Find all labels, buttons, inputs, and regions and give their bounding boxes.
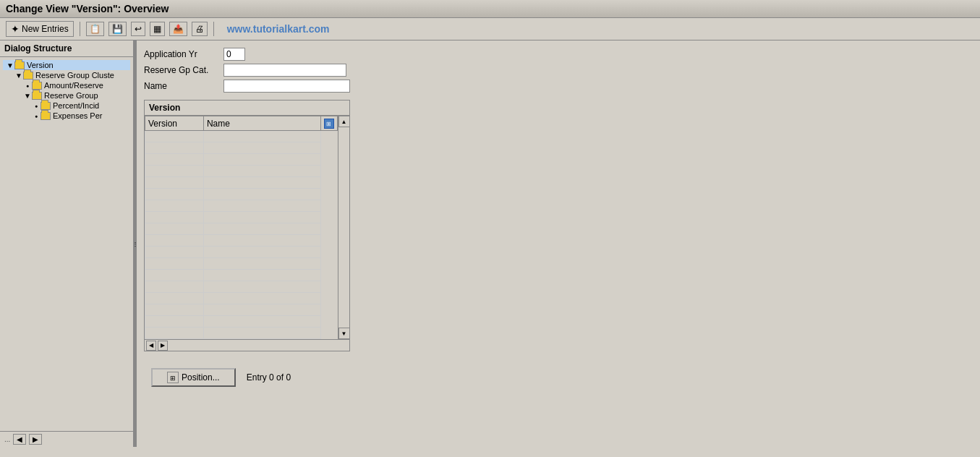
table-row[interactable]	[145, 200, 338, 212]
position-button[interactable]: ⊞ Position...	[151, 368, 236, 387]
separator-2	[213, 22, 214, 36]
version-table: Version Name ⊞	[145, 116, 338, 339]
watermark: www.tutorialkart.com	[227, 23, 330, 35]
new-entries-label: New Entries	[22, 24, 69, 34]
app-yr-input[interactable]	[223, 48, 245, 61]
table-row[interactable]	[145, 223, 338, 235]
folder-icon-ep	[41, 112, 51, 120]
undo-button[interactable]: ↩	[131, 22, 145, 36]
sidebar-item-version[interactable]: ▼ Version	[3, 60, 130, 70]
table-row[interactable]	[145, 316, 338, 328]
footer-area: ⊞ Position... Entry 0 of 0	[144, 362, 973, 393]
save-icon: 💾	[112, 24, 123, 34]
folder-icon-rgc	[23, 72, 33, 80]
sidebar-label-ar: Amount/Reserve	[44, 81, 103, 90]
table-row[interactable]	[145, 304, 338, 316]
name-input[interactable]	[223, 80, 350, 93]
print-icon: 🖨	[195, 24, 204, 34]
version-table-main: Version Name ⊞	[145, 116, 338, 339]
sidebar-prev-button[interactable]: ◀	[13, 434, 26, 445]
sidebar-bottom-nav: ... ◀ ▶	[0, 431, 133, 447]
sidebar-label-pi: Percent/Incid	[53, 101, 99, 110]
form-row-reserve-gp-cat: Reserve Gp Cat.	[144, 64, 973, 77]
table-row[interactable]	[145, 142, 338, 154]
sidebar-label-version: Version	[27, 61, 54, 69]
position-btn-label: Position...	[182, 372, 220, 383]
scroll-right-button[interactable]: ▶	[158, 341, 168, 351]
scroll-down-button[interactable]: ▼	[338, 328, 350, 339]
tree-arrow-rg: ▼	[23, 92, 32, 100]
folder-icon-pi	[41, 102, 51, 110]
reserve-gp-cat-input[interactable]	[223, 64, 346, 77]
sidebar-item-reserve-group[interactable]: ▼ Reserve Group	[3, 90, 130, 101]
form-row-app-yr: Application Yr	[144, 48, 973, 61]
version-section: Version Version Name	[144, 100, 350, 351]
save-button[interactable]: 💾	[108, 22, 127, 36]
form-row-name: Name	[144, 80, 973, 93]
cell-name	[203, 131, 320, 142]
position-icon: ⊞	[167, 372, 179, 383]
page-title: Change View "Version": Overview	[6, 3, 169, 14]
sidebar-item-amount-reserve[interactable]: ● Amount/Reserve	[3, 80, 130, 90]
sidebar-label-ep: Expenses Per	[53, 111, 102, 120]
print-button[interactable]: 🖨	[192, 22, 208, 36]
scroll-left-button[interactable]: ◀	[146, 341, 156, 351]
entry-info: Entry 0 of 0	[247, 372, 291, 383]
table-row[interactable]	[145, 189, 338, 200]
cell-version	[145, 131, 204, 142]
table-row[interactable]	[145, 166, 338, 177]
new-entries-button[interactable]: ✦ New Entries	[6, 21, 74, 37]
sidebar: Dialog Structure ▼ Version ▼ Reserve Gro…	[0, 40, 134, 447]
column-settings-icon[interactable]: ⊞	[324, 119, 334, 129]
separator-1	[80, 22, 80, 36]
table-icon: ▦	[153, 24, 161, 34]
sidebar-item-reserve-group-cluster[interactable]: ▼ Reserve Group Cluste	[3, 70, 130, 80]
scroll-up-button[interactable]: ▲	[338, 116, 350, 127]
table-row[interactable]	[145, 212, 338, 223]
col-header-name: Name	[203, 116, 320, 131]
sidebar-bottom-text: ...	[4, 435, 10, 443]
sidebar-label-rg: Reserve Group	[44, 91, 98, 100]
sidebar-header: Dialog Structure	[0, 40, 133, 57]
table-row[interactable]	[145, 281, 338, 293]
new-entries-icon: ✦	[11, 23, 20, 35]
undo-icon: ↩	[135, 24, 142, 34]
table-row[interactable]	[145, 328, 338, 339]
table-row[interactable]	[145, 258, 338, 270]
table-row[interactable]	[145, 235, 338, 247]
copy-entries-button[interactable]: 📋	[86, 22, 104, 36]
sidebar-tree: ▼ Version ▼ Reserve Group Cluste ● Amoun…	[0, 57, 133, 431]
folder-icon-ar	[32, 82, 42, 90]
sidebar-item-percent-incid[interactable]: ● Percent/Incid	[3, 101, 130, 111]
table-row[interactable]	[145, 247, 338, 258]
table-row[interactable]	[145, 131, 338, 142]
table-row[interactable]	[145, 270, 338, 281]
version-table-header: Version	[145, 101, 349, 116]
table-row[interactable]	[145, 293, 338, 304]
table-row[interactable]	[145, 154, 338, 166]
col-header-icon[interactable]: ⊞	[320, 116, 337, 131]
sidebar-label-rgc: Reserve Group Cluste	[35, 71, 114, 80]
version-table-title: Version	[149, 103, 180, 113]
horizontal-scrollbar: ◀ ▶	[145, 339, 349, 351]
table-row[interactable]	[145, 177, 338, 189]
sidebar-item-expenses-per[interactable]: ● Expenses Per	[3, 111, 130, 121]
sidebar-next-button[interactable]: ▶	[29, 434, 42, 445]
title-bar: Change View "Version": Overview	[0, 0, 980, 18]
main-layout: Dialog Structure ▼ Version ▼ Reserve Gro…	[0, 40, 980, 447]
reserve-gp-cat-label: Reserve Gp Cat.	[144, 65, 223, 75]
folder-icon-version	[14, 61, 25, 69]
tree-bullet-ep: ●	[32, 114, 41, 119]
export-button[interactable]: 📤	[169, 22, 187, 36]
vertical-scrollbar: ▲ ▼	[338, 116, 349, 339]
form-section: Application Yr Reserve Gp Cat. Name	[144, 48, 973, 93]
name-label: Name	[144, 81, 223, 91]
export-icon: 📤	[173, 24, 184, 34]
version-table-wrapper: Version Name ⊞	[145, 116, 349, 339]
toolbar: ✦ New Entries 📋 💾 ↩ ▦ 📤 🖨 www.tutorialka…	[0, 18, 980, 40]
table-icon-button[interactable]: ▦	[150, 22, 165, 36]
app-yr-label: Application Yr	[144, 49, 223, 59]
tree-arrow-version: ▼	[6, 61, 14, 69]
content-area: Application Yr Reserve Gp Cat. Name Vers…	[137, 40, 980, 447]
tree-bullet-pi: ●	[32, 103, 41, 108]
